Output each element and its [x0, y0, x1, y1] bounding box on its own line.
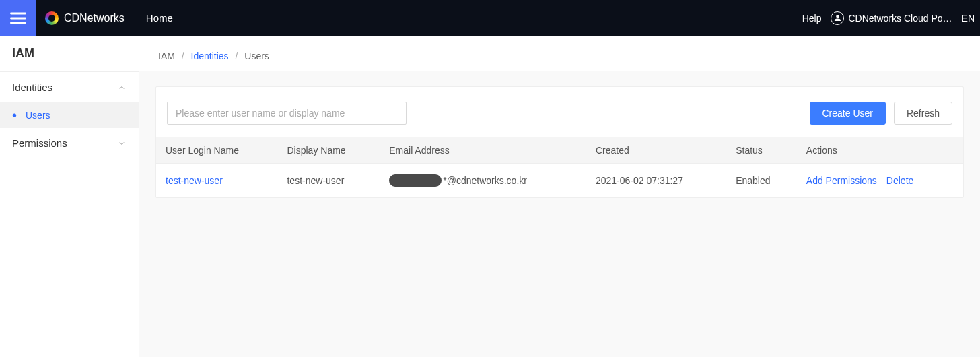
users-card: Create User Refresh User Login Name Disp… — [155, 86, 964, 198]
sidebar: IAM Identities Users Permissions — [0, 36, 139, 357]
layout: IAM Identities Users Permissions — [0, 36, 980, 357]
search-input[interactable] — [167, 102, 407, 125]
table-body: test-new-user test-new-user *@cdnetworks… — [156, 164, 963, 198]
cell-status: Enabled — [726, 164, 797, 198]
th-login: User Login Name — [156, 137, 277, 164]
breadcrumb-sep: / — [232, 51, 242, 61]
th-display: Display Name — [277, 137, 380, 164]
breadcrumb-sep: / — [178, 51, 188, 61]
language-switch[interactable]: EN — [962, 13, 975, 24]
hamburger-menu[interactable] — [0, 0, 36, 36]
user-login-link[interactable]: test-new-user — [166, 175, 223, 186]
menu-label-identities: Identities — [12, 82, 53, 93]
menu-icon — [9, 9, 28, 28]
menu-group-identities: Identities Users — [0, 72, 139, 128]
table-row: test-new-user test-new-user *@cdnetworks… — [156, 164, 963, 198]
email-redacted — [389, 174, 442, 187]
breadcrumb-users: Users — [244, 51, 269, 61]
account-menu[interactable]: CDNetworks Cloud Po… — [831, 11, 952, 25]
delete-link[interactable]: Delete — [886, 175, 913, 186]
cell-actions: Add Permissions Delete — [797, 164, 963, 198]
chevron-up-icon — [117, 83, 127, 92]
brand-logo-icon — [45, 11, 59, 25]
menu-label-permissions: Permissions — [12, 137, 67, 149]
menu-group-permissions: Permissions — [0, 128, 139, 158]
breadcrumb-root[interactable]: IAM — [158, 51, 175, 61]
th-actions: Actions — [797, 137, 963, 164]
main-content: IAM / Identities / Users Create User Ref… — [139, 36, 980, 357]
table-head: User Login Name Display Name Email Addre… — [156, 137, 963, 164]
breadcrumb: IAM / Identities / Users — [139, 36, 980, 71]
th-email: Email Address — [380, 137, 586, 164]
topbar-right: Help CDNetworks Cloud Po… EN — [802, 0, 980, 36]
help-link[interactable]: Help — [802, 13, 822, 24]
brand[interactable]: CDNetworks — [36, 11, 134, 25]
th-created: Created — [586, 137, 726, 164]
sidebar-title: IAM — [0, 36, 139, 72]
th-status: Status — [726, 137, 797, 164]
sidebar-item-users[interactable]: Users — [0, 102, 139, 128]
submenu-identities: Users — [0, 102, 139, 128]
add-permissions-link[interactable]: Add Permissions — [806, 175, 877, 186]
brand-text: CDNetworks — [64, 12, 125, 24]
topbar: CDNetworks Home Help CDNetworks Cloud Po… — [0, 0, 980, 36]
menu-header-permissions[interactable]: Permissions — [0, 128, 139, 158]
nav-home[interactable]: Home — [134, 12, 185, 24]
sidebar-item-users-label: Users — [26, 110, 50, 121]
users-table: User Login Name Display Name Email Addre… — [156, 137, 963, 197]
chevron-down-icon — [117, 139, 127, 148]
toolbar: Create User Refresh — [156, 87, 963, 137]
cell-email: *@cdnetworks.co.kr — [380, 164, 586, 198]
menu-header-identities[interactable]: Identities — [0, 72, 139, 102]
refresh-button[interactable]: Refresh — [894, 102, 952, 125]
user-icon — [831, 11, 844, 25]
email-suffix: *@cdnetworks.co.kr — [443, 175, 527, 186]
create-user-button[interactable]: Create User — [810, 102, 886, 125]
breadcrumb-identities[interactable]: Identities — [191, 51, 229, 61]
account-label: CDNetworks Cloud Po… — [848, 13, 952, 24]
cell-display: test-new-user — [277, 164, 380, 198]
cell-created: 2021-06-02 07:31:27 — [586, 164, 726, 198]
